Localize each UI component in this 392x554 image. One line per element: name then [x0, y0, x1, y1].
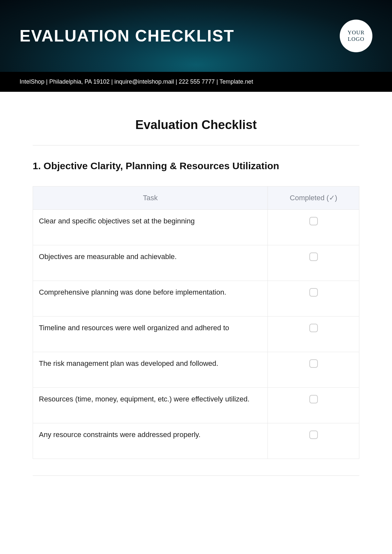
task-cell: Comprehensive planning was done before i… [33, 281, 268, 317]
document-title: Evaluation Checklist [33, 118, 359, 132]
section-heading: 1. Objective Clarity, Planning & Resourc… [33, 160, 359, 171]
completed-cell [268, 210, 359, 245]
hero-title: EVALUATION CHECKLIST [20, 26, 235, 45]
task-cell: Resources (time, money, equipment, etc.)… [33, 388, 268, 423]
logo-line1: YOUR [348, 29, 365, 36]
table-row: Timeline and resources were well organiz… [33, 317, 359, 352]
completed-cell [268, 352, 359, 388]
table-row: Comprehensive planning was done before i… [33, 281, 359, 317]
table-row: The risk management plan was developed a… [33, 352, 359, 388]
document-body: Evaluation Checklist 1. Objective Clarit… [0, 92, 392, 496]
table-row: Objectives are measurable and achievable… [33, 245, 359, 281]
checkbox-icon[interactable] [309, 395, 318, 403]
contact-bar: IntelShop | Philadelphia, PA 19102 | inq… [0, 72, 392, 92]
completed-cell [268, 245, 359, 281]
table-row: Any resource constraints were addressed … [33, 423, 359, 459]
checkbox-icon[interactable] [309, 324, 318, 332]
divider [33, 475, 359, 476]
logo-placeholder: YOUR LOGO [340, 20, 372, 52]
column-header-completed: Completed (✓) [268, 187, 359, 210]
checkbox-icon[interactable] [309, 217, 318, 225]
checkbox-icon[interactable] [309, 359, 318, 368]
completed-cell [268, 388, 359, 423]
checkbox-icon[interactable] [309, 431, 318, 439]
table-row: Resources (time, money, equipment, etc.)… [33, 388, 359, 423]
task-cell: The risk management plan was developed a… [33, 352, 268, 388]
task-cell: Clear and specific objectives set at the… [33, 210, 268, 245]
completed-cell [268, 423, 359, 459]
table-row: Clear and specific objectives set at the… [33, 210, 359, 245]
task-cell: Timeline and resources were well organiz… [33, 317, 268, 352]
checkbox-icon[interactable] [309, 253, 318, 261]
divider [33, 145, 359, 146]
completed-cell [268, 281, 359, 317]
checklist-table: Task Completed (✓) Clear and specific ob… [33, 186, 359, 459]
completed-cell [268, 317, 359, 352]
logo-line2: LOGO [348, 36, 364, 42]
column-header-task: Task [33, 187, 268, 210]
checkbox-icon[interactable] [309, 288, 318, 297]
hero-banner: EVALUATION CHECKLIST YOUR LOGO [0, 0, 392, 72]
task-cell: Objectives are measurable and achievable… [33, 245, 268, 281]
task-cell: Any resource constraints were addressed … [33, 423, 268, 459]
